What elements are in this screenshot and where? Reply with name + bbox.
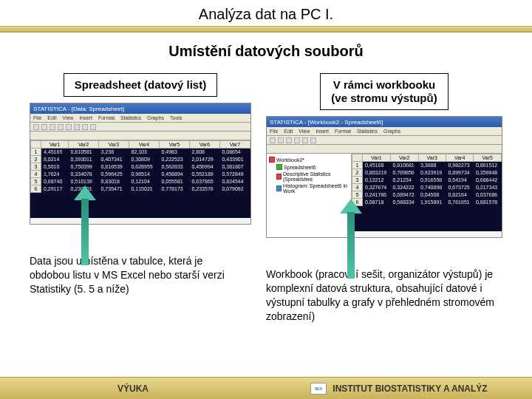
- workbook-body: Workbook2* Spreadsheet6 Descriptive Stat…: [267, 154, 502, 238]
- right-column: V rámci workbooku (ve stromu výstupů) ST…: [266, 73, 502, 324]
- workbook-screenshot: STATISTICA - [Workbook2 - Spreadsheet6] …: [266, 116, 502, 238]
- spreadsheet-grid[interactable]: Var1 Var2 Var3 Var4 Var5 Var6 Var7 14,45…: [30, 140, 250, 218]
- tree-item: Descriptive Statistics (Spreadshee: [269, 171, 349, 183]
- spreadsheet-screenshot: STATISTICA - [Data: Spreadsheet] File Ed…: [30, 103, 251, 225]
- arrow-up-icon: [74, 185, 96, 200]
- toolbar-button[interactable]: [74, 124, 80, 130]
- col-header: Var3: [418, 154, 446, 162]
- footer-right: IBA INSTITUT BIOSTATISTIKY A ANALÝZ: [266, 377, 532, 399]
- table-row: 10,451680,8106813,36880,9822730,861512: [352, 162, 502, 169]
- table-row: 60,087180,5883341,9158910,7616510,881578: [352, 199, 502, 206]
- col-header: Var1: [41, 141, 69, 149]
- col-header: Var4: [446, 154, 473, 162]
- toolbar-button[interactable]: [294, 137, 300, 143]
- table-row: 50,687400,5101390,830180,121040,0555810,…: [31, 178, 250, 185]
- page-title: Analýza dat na PC I.: [0, 6, 532, 23]
- col-header: Var5: [159, 141, 189, 149]
- right-description: Workbook (pracovní sešit, organizátor vý…: [266, 267, 502, 324]
- toolbar-button[interactable]: [270, 137, 276, 143]
- table-header-row: Var1 Var2 Var3 Var4 Var5 Var6 Var7: [31, 141, 250, 149]
- app-titlebar: STATISTICA - [Workbook2 - Spreadsheet6]: [267, 117, 502, 127]
- subtitle-bar: Umístění datových souborů: [0, 33, 532, 73]
- app-titlebar: STATISTICA - [Data: Spreadsheet]: [30, 103, 250, 114]
- col-header: Var3: [99, 141, 129, 149]
- toolbar-button[interactable]: [50, 124, 55, 130]
- toolbar-button[interactable]: [278, 137, 284, 143]
- subtitle: Umístění datových souborů: [0, 43, 532, 60]
- app-title-text: STATISTICA - [Data: Spreadsheet]: [33, 106, 124, 112]
- toolbar-button[interactable]: [90, 124, 96, 130]
- table-header-row: Var1 Var2 Var3 Var4 Var5: [352, 154, 502, 162]
- spreadsheet-icon: [276, 164, 282, 170]
- menu-item[interactable]: Edit: [47, 115, 56, 120]
- table-row: 28,02140,3930110,4073410,308090,2225232,…: [31, 156, 250, 163]
- toolbar-button[interactable]: [41, 124, 47, 130]
- menu-item[interactable]: Insert: [79, 115, 92, 120]
- table-row: 30,122120,212340,9165580,541940,688442: [352, 177, 502, 184]
- left-column: Spreadsheet (datový list) STATISTICA - […: [30, 73, 251, 324]
- columns: Spreadsheet (datový list) STATISTICA - […: [0, 73, 532, 324]
- menu-item[interactable]: View: [62, 115, 73, 120]
- table-row: 40,3276740,3242220,7408980,6737250,21734…: [352, 184, 502, 191]
- col-header: Var5: [474, 154, 502, 162]
- app-toolbar: [30, 123, 250, 132]
- table-row: 30,50100,7503990,8165390,6289550,5628330…: [31, 163, 250, 171]
- col-header: [31, 141, 41, 149]
- data-table: Var1 Var2 Var3 Var4 Var5 Var6 Var7 14,45…: [30, 140, 250, 193]
- menu-item[interactable]: File: [270, 129, 278, 134]
- menu-item[interactable]: Tools: [170, 115, 182, 120]
- col-header: Var6: [189, 141, 219, 149]
- toolbar-button[interactable]: [58, 124, 64, 130]
- col-header: Var7: [219, 141, 250, 149]
- stats-icon: [276, 174, 282, 180]
- iba-logo-icon: IBA: [310, 383, 327, 395]
- data-table: Var1 Var2 Var3 Var4 Var5 10,451680,81068…: [352, 154, 502, 206]
- col-header: Var2: [391, 154, 418, 162]
- menu-item[interactable]: Format: [98, 115, 115, 120]
- workbook-tree[interactable]: Workbook2* Spreadsheet6 Descriptive Stat…: [267, 154, 352, 238]
- toolbar-button[interactable]: [66, 124, 72, 130]
- app-toolbar: [267, 136, 502, 145]
- col-header: [352, 154, 363, 162]
- footer-left: VÝUKA: [0, 377, 266, 399]
- toolbar-button[interactable]: [302, 137, 308, 143]
- menu-item[interactable]: Graphs: [147, 115, 164, 120]
- menu-item[interactable]: View: [299, 129, 310, 134]
- app-title-text: STATISTICA - [Workbook2 - Spreadsheet6]: [270, 119, 383, 126]
- menu-item[interactable]: Edit: [284, 129, 293, 134]
- app-menubar: File Edit View Insert Format Statistics …: [30, 114, 250, 123]
- menu-item[interactable]: Statistics: [357, 129, 378, 134]
- left-description: Data jsou umístěna v tabulce, která je o…: [30, 254, 229, 296]
- tree-item: Histogram: Spreadsheet6 in Work: [269, 183, 349, 194]
- menu-item[interactable]: Statistics: [120, 115, 141, 120]
- menu-item[interactable]: Graphs: [383, 129, 400, 134]
- right-column-label: V rámci workbooku (ve stromu výstupů): [320, 73, 448, 110]
- app-toolbar-2: [267, 145, 502, 154]
- menu-item[interactable]: File: [33, 115, 41, 120]
- col-header: Var4: [129, 141, 160, 149]
- histogram-icon: [276, 185, 282, 191]
- arrow-up-icon: [340, 199, 362, 214]
- label-line2: (ve stromu výstupů): [331, 92, 437, 104]
- table-row: 50,2417860,0894720,045080,821640,037686: [352, 191, 502, 199]
- tree-item: Spreadsheet6: [269, 163, 349, 171]
- table-row: 60,291170,2305010,7354710,1150210,778173…: [31, 185, 250, 193]
- toolbar-button[interactable]: [82, 124, 88, 130]
- footer: VÝUKA IBA INSTITUT BIOSTATISTIKY A ANALÝ…: [0, 377, 532, 399]
- workbook-grid[interactable]: Var1 Var2 Var3 Var4 Var5 10,451680,81068…: [352, 154, 502, 231]
- title-bar: Analýza dat na PC I.: [0, 0, 532, 27]
- app-toolbar-2: [30, 132, 250, 140]
- toolbar-button[interactable]: [286, 137, 292, 143]
- menu-item[interactable]: Insert: [316, 129, 329, 134]
- app-menubar: File Edit View Insert Format Statistics …: [267, 127, 502, 136]
- arrow-stem: [81, 199, 89, 265]
- toolbar-button[interactable]: [310, 137, 316, 143]
- table-row: 20,8032190,7098560,9239190,8997340,35984…: [352, 169, 502, 177]
- left-column-label: Spreadsheet (datový list): [64, 73, 217, 97]
- menu-item[interactable]: Format: [335, 129, 351, 134]
- col-header: Var1: [363, 154, 391, 162]
- gold-divider: [0, 27, 532, 33]
- workbook-icon: [269, 157, 275, 163]
- label-line1: V rámci workbooku: [333, 78, 435, 91]
- toolbar-button[interactable]: [33, 124, 39, 130]
